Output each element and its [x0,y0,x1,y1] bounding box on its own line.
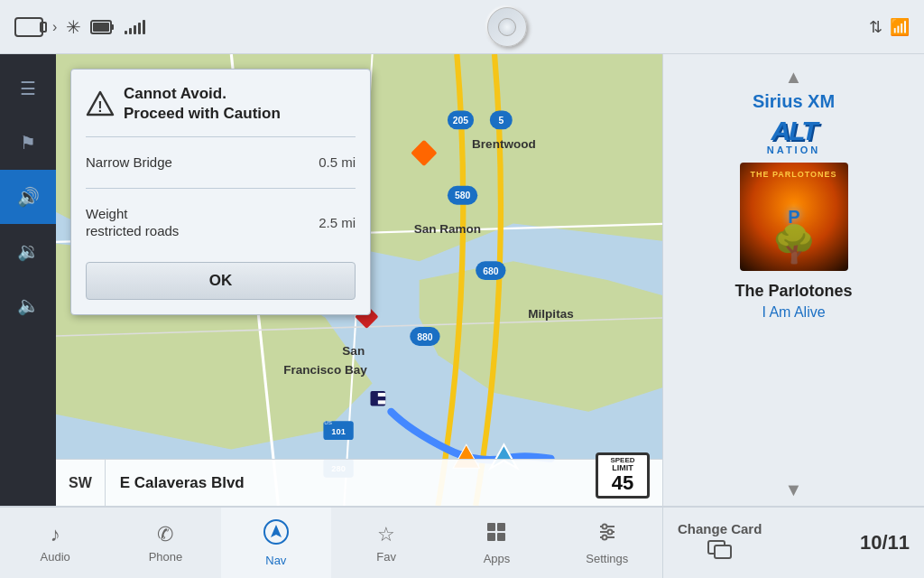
svg-text:205: 205 [453,116,469,126]
fav-icon: ☆ [377,523,395,546]
svg-rect-2 [93,23,109,32]
nav-item-fav[interactable]: ☆ Fav [331,508,441,578]
svg-text:680: 680 [483,266,499,276]
weight-restricted-label: Weight restricted roads [86,205,179,240]
warning-triangle-icon: ! [86,89,115,118]
audio-label: Audio [41,550,70,564]
dialog-overlay: ! Cannot Avoid. Proceed with Caution Nar… [56,54,385,330]
panel-scroll-up-icon[interactable]: ▲ [785,67,803,88]
signal-icon: ⇅ [869,17,882,37]
svg-point-54 [607,529,612,534]
volume-mid-icon: 🔉 [17,240,40,262]
nav-item-nav[interactable]: Nav [221,508,331,578]
nav-item-audio[interactable]: ♪ Audio [0,508,110,578]
change-card-icon [707,540,733,565]
track-subtitle: I Am Alive [762,304,825,321]
svg-text:101: 101 [331,427,346,436]
svg-rect-57 [715,545,731,558]
narrow-bridge-label: Narrow Bridge [86,154,172,172]
svg-point-53 [602,524,606,528]
svg-text:San: San [342,344,365,358]
signal-bars-icon [125,20,145,34]
phone-icon: ✆ [157,523,173,546]
dialog-row-narrow-bridge: Narrow Bridge 0.5 mi [86,144,356,181]
sidebar-item-volume-low[interactable]: 🔈 [0,278,56,332]
settings-icon [596,521,618,548]
svg-rect-35 [378,393,385,396]
sirius-xm-label: Sirius XM [753,91,835,112]
right-panel: ▲ Sirius XM ALT NATION THE PARLOTONES P … [662,54,924,506]
sidebar-item-volume-mid[interactable]: 🔉 [0,224,56,278]
phone-status-icon [14,17,43,37]
chevron-right-icon: › [52,19,57,35]
svg-rect-47 [497,523,505,531]
svg-rect-49 [497,533,505,541]
apps-label: Apps [484,552,511,565]
nation-text: NATION [767,144,820,155]
track-title: The Parlotones [735,282,852,301]
battery-icon [90,19,116,35]
settings-label: Settings [586,552,628,565]
svg-rect-37 [378,400,385,404]
status-bar: › ✳ ⇅ 📶 [0,0,924,54]
ok-button[interactable]: OK [86,262,356,300]
svg-rect-36 [378,396,385,400]
svg-text:US: US [324,419,332,425]
bottom-nav: ♪ Audio ✆ Phone Nav ☆ Fav Apps [0,506,662,578]
phone-label: Phone [149,550,183,564]
svg-text:Milpitas: Milpitas [528,307,573,321]
dialog-divider-1 [86,136,356,137]
change-card-label: Change Card [678,521,762,536]
sidebar-item-menu[interactable]: ☰ [0,61,56,116]
svg-text:5: 5 [498,116,504,126]
svg-text:Francisco Bay: Francisco Bay [283,363,367,377]
nav-item-settings[interactable]: Settings [552,508,662,578]
climate-icon: ✳ [66,16,81,38]
svg-marker-45 [271,525,282,537]
apps-icon [485,521,507,548]
menu-icon: ☰ [20,78,36,99]
dialog-header: ! Cannot Avoid. Proceed with Caution [86,84,356,124]
svg-text:Brentwood: Brentwood [472,137,536,151]
speed-limit-value: 45 [602,472,643,494]
status-center [487,7,527,47]
svg-text:580: 580 [455,191,471,200]
alt-nation-logo: ALT NATION [740,119,848,152]
speed-limit-sign: SPEED LIMIT 45 [596,452,650,499]
svg-text:San Ramon: San Ramon [414,222,481,236]
change-card-button[interactable]: Change Card [678,521,762,565]
svg-text:880: 880 [417,332,433,342]
direction-compass: SW [56,460,106,506]
svg-rect-48 [487,533,495,541]
nav-label: Nav [265,554,286,567]
status-left: › ✳ [14,16,145,38]
dialog-divider-2 [86,188,356,189]
nav-item-apps[interactable]: Apps [441,508,551,578]
narrow-bridge-value: 0.5 mi [319,154,356,170]
page-indicator: 10/11 [860,531,910,555]
svg-text:!: ! [97,99,102,115]
album-art: THE PARLOTONES P 🌳 [740,163,848,271]
nav-item-phone[interactable]: ✆ Phone [110,508,220,578]
voice-button[interactable] [487,7,527,47]
audio-icon: ♪ [51,523,60,546]
dialog-row-weight: Weight restricted roads 2.5 mi [86,196,356,249]
weight-restricted-value: 2.5 mi [319,215,356,230]
panel-scroll-down-icon[interactable]: ▼ [785,480,803,500]
status-right: ⇅ 📶 [869,17,910,37]
svg-rect-46 [487,523,495,531]
nav-icon [263,519,289,550]
flag-icon: ⚑ [20,132,36,154]
bottom-right-panel: Change Card 10/11 [662,506,924,578]
sidebar-item-volume-up[interactable]: 🔊 [0,170,56,224]
svg-point-55 [602,535,606,539]
direction-street: E Calaveras Blvd [106,474,619,492]
sidebar: ☰ ⚑ 🔊 🔉 🔈 [0,54,56,506]
sidebar-item-flag[interactable]: ⚑ [0,116,56,170]
svg-rect-1 [111,24,114,30]
volume-up-icon: 🔊 [17,186,40,208]
wifi-icon: 📶 [890,17,910,37]
fav-label: Fav [376,550,396,564]
cannot-avoid-dialog: ! Cannot Avoid. Proceed with Caution Nar… [70,69,371,315]
volume-low-icon: 🔈 [17,294,40,316]
